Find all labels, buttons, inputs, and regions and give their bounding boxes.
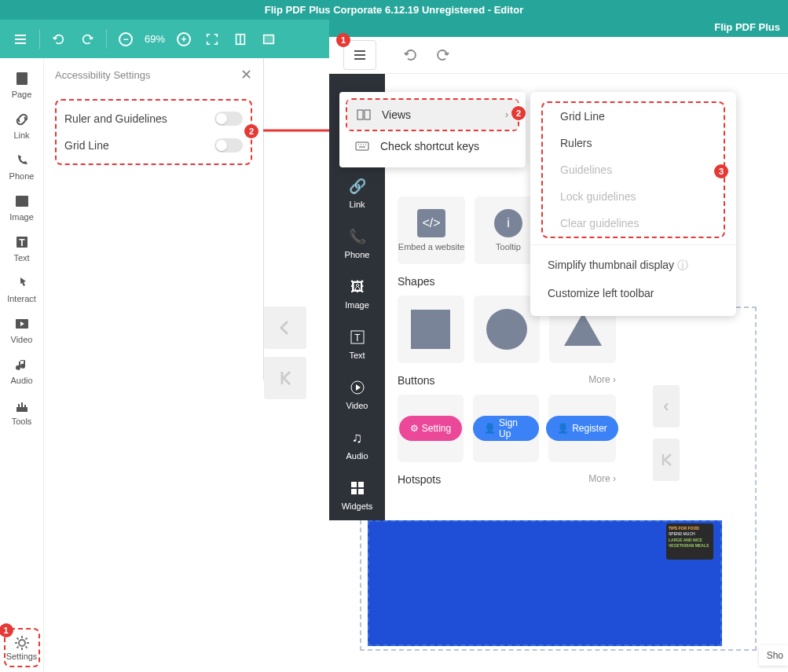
- svg-rect-17: [357, 110, 363, 119]
- views-icon: [357, 108, 371, 122]
- sidebar-item-interact[interactable]: Interact: [0, 269, 44, 310]
- prev-page-button[interactable]: [264, 307, 306, 349]
- register-button-card[interactable]: 👤Register: [548, 395, 616, 462]
- svg-text:T: T: [354, 332, 361, 343]
- app-title: Flip PDF Plus Corporate 6.12.19 Unregist…: [265, 4, 523, 16]
- submenu-grid-line[interactable]: Grid Line: [543, 103, 724, 130]
- single-page-icon[interactable]: [228, 27, 253, 52]
- submenu-lock-guidelines[interactable]: Lock guidelines: [543, 183, 724, 210]
- badge-1b: 1: [336, 33, 350, 47]
- menu-shortcut-keys[interactable]: Check shortcut keys: [346, 131, 519, 161]
- views-submenu: Grid Line Rulers Guidelines Lock guideli…: [530, 92, 736, 316]
- sidebar-item-audio[interactable]: Audio: [0, 351, 44, 391]
- divider: [530, 244, 736, 245]
- d-sidebar-link[interactable]: 🔗Link: [329, 168, 385, 218]
- video-icon: [349, 379, 366, 396]
- d-sidebar-text[interactable]: TText: [329, 319, 385, 369]
- submenu-customize[interactable]: Customize left toolbar: [530, 280, 736, 307]
- right-title-bar: Flip PDF Plus: [329, 17, 788, 37]
- svg-rect-15: [351, 489, 357, 494]
- divider: [39, 29, 40, 49]
- fit-screen-icon[interactable]: [200, 27, 225, 52]
- sidebar-item-phone[interactable]: Phone: [0, 146, 44, 187]
- divider: [106, 29, 107, 49]
- page-nav-right: ‹: [653, 385, 684, 481]
- redo-icon[interactable]: [430, 42, 456, 68]
- left-sidebar: Page Link Phone Image TText Interact Vid…: [0, 58, 44, 672]
- svg-rect-1: [264, 35, 274, 43]
- zoom-in-icon[interactable]: +: [171, 27, 196, 52]
- d-sidebar-audio[interactable]: ♫Audio: [329, 420, 385, 470]
- redo-icon[interactable]: [75, 27, 100, 52]
- info-icon: i: [494, 209, 522, 237]
- svg-rect-3: [16, 196, 28, 207]
- double-page-icon[interactable]: [256, 27, 281, 52]
- sidebar-item-tools[interactable]: Tools: [0, 391, 44, 432]
- close-icon[interactable]: ✕: [240, 66, 252, 83]
- svg-rect-19: [356, 142, 368, 150]
- buttons-more[interactable]: More ›: [588, 374, 616, 385]
- first-page-button[interactable]: [653, 439, 680, 481]
- svg-rect-13: [351, 482, 357, 487]
- keyboard-icon: [355, 139, 369, 153]
- buttons-label: ButtonsMore ›: [398, 374, 616, 387]
- undo-icon[interactable]: [397, 42, 423, 68]
- shape-square[interactable]: [398, 296, 464, 363]
- sidebar-item-page[interactable]: Page: [0, 64, 44, 105]
- zoom-level: 69%: [145, 33, 165, 45]
- signup-button-card[interactable]: 👤Sign Up: [473, 395, 539, 462]
- thumbnail-card[interactable]: TIPS FOR FOOD SPEND MUCH LARGE AND NICE …: [666, 523, 713, 560]
- svg-rect-14: [358, 482, 364, 487]
- info-icon: ⓘ: [677, 259, 688, 271]
- text-icon: T: [349, 329, 366, 346]
- accessibility-panel: Accessibility Settings ✕ Ruler and Guide…: [44, 58, 264, 380]
- panel-title: Accessibility Settings: [55, 69, 150, 81]
- hotspots-more[interactable]: More ›: [588, 473, 616, 484]
- sidebar-item-image[interactable]: Image: [0, 187, 44, 228]
- hamburger-icon[interactable]: [8, 27, 33, 52]
- submenu-rulers[interactable]: Rulers: [543, 130, 724, 156]
- page-nav-left: [264, 307, 330, 424]
- phone-icon: 📞: [349, 228, 366, 245]
- audio-icon: ♫: [349, 429, 366, 446]
- badge-2b: 2: [511, 106, 526, 120]
- sidebar-item-link[interactable]: Link: [0, 105, 44, 146]
- prev-page-button[interactable]: ‹: [653, 385, 680, 428]
- gear-icon: [13, 634, 31, 652]
- grid-line-toggle[interactable]: [214, 138, 243, 152]
- sidebar-item-text[interactable]: TText: [0, 228, 44, 269]
- badge-3: 3: [714, 164, 728, 178]
- zoom-out-icon[interactable]: −: [113, 27, 138, 52]
- link-icon: 🔗: [349, 178, 366, 195]
- main-menu-popup: Views › 2 Check shortcut keys: [339, 92, 526, 167]
- svg-rect-16: [358, 489, 364, 494]
- chevron-right-icon: ›: [505, 109, 508, 120]
- submenu-simplify[interactable]: Simplify thumbnail display ⓘ: [530, 252, 736, 280]
- d-sidebar-phone[interactable]: 📞Phone: [329, 218, 385, 269]
- widgets-icon: [349, 479, 366, 497]
- setting-button-card[interactable]: ⚙Setting: [398, 395, 464, 462]
- embed-website-card[interactable]: </> Embed a website: [398, 196, 465, 264]
- gear-icon: ⚙: [410, 423, 419, 434]
- svg-rect-7: [16, 407, 27, 412]
- svg-point-8: [19, 640, 25, 646]
- ruler-guidelines-toggle[interactable]: [214, 112, 243, 126]
- submenu-guidelines[interactable]: Guidelines: [543, 156, 724, 183]
- d-sidebar-video[interactable]: Video: [329, 369, 385, 420]
- undo-icon[interactable]: [46, 27, 71, 52]
- right-toolbar: 1: [329, 37, 788, 74]
- submenu-clear-guidelines[interactable]: Clear guidelines: [543, 210, 724, 237]
- sidebar-item-video[interactable]: Video: [0, 310, 44, 351]
- user-icon: 👤: [484, 423, 496, 434]
- svg-rect-2: [16, 72, 27, 85]
- first-page-button[interactable]: [264, 357, 306, 399]
- user-icon: 👤: [557, 423, 569, 434]
- right-hamburger-button[interactable]: 1: [343, 40, 376, 70]
- d-sidebar-widgets[interactable]: Widgets: [329, 470, 385, 520]
- ruler-guidelines-label: Ruler and Guidelines: [64, 112, 214, 125]
- embed-icon: </>: [417, 209, 445, 237]
- sidebar-item-settings[interactable]: Settings 1: [4, 628, 40, 667]
- badge-2: 2: [244, 124, 258, 138]
- menu-views[interactable]: Views ›: [347, 100, 518, 130]
- d-sidebar-image[interactable]: 🖼Image: [329, 269, 385, 319]
